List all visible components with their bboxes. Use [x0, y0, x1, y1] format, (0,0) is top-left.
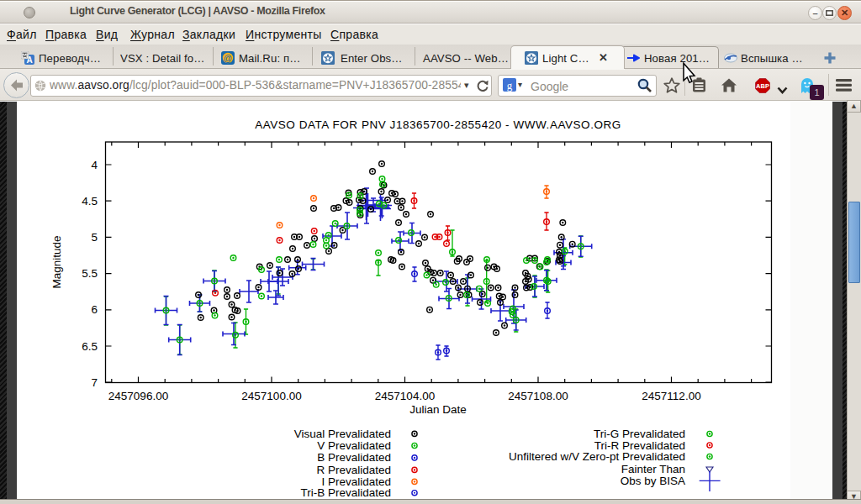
svg-text:6.5: 6.5	[82, 340, 98, 353]
svg-text:V Prevalidated: V Prevalidated	[317, 439, 391, 452]
svg-text:4: 4	[91, 159, 98, 171]
svg-text:Fainter Than: Fainter Than	[621, 463, 685, 475]
svg-text:Visual Prevalidated: Visual Prevalidated	[294, 428, 391, 440]
svg-text:B Prevalidated: B Prevalidated	[317, 451, 391, 464]
svg-text:4.5: 4.5	[82, 195, 98, 207]
svg-text:2457108.00: 2457108.00	[508, 390, 568, 402]
svg-text:Obs by BISA: Obs by BISA	[621, 475, 685, 487]
svg-text:5.5: 5.5	[82, 267, 98, 280]
svg-text:7: 7	[91, 376, 98, 389]
svg-text:6: 6	[91, 303, 98, 316]
svg-text:AAVSO DATA FOR PNV J18365700-2: AAVSO DATA FOR PNV J18365700-2855420 - W…	[255, 118, 621, 131]
svg-text:2457112.00: 2457112.00	[642, 390, 700, 402]
svg-text:Magnitude: Magnitude	[50, 235, 63, 288]
svg-text:2457096.00: 2457096.00	[108, 390, 168, 402]
svg-text:@: @	[224, 54, 232, 63]
svg-text:5: 5	[91, 231, 98, 244]
svg-text:ABP: ABP	[756, 82, 769, 90]
svg-text:R Prevalidated: R Prevalidated	[316, 464, 391, 476]
svg-text:g: g	[507, 79, 513, 92]
svg-text:2457100.00: 2457100.00	[241, 390, 301, 402]
svg-text:Unfiltered w/V Zero-pt Prevali: Unfiltered w/V Zero-pt Prevalidated	[509, 450, 685, 463]
svg-text:Julian Date: Julian Date	[409, 403, 467, 416]
svg-text:Tri-B Prevalidated: Tri-B Prevalidated	[300, 486, 391, 499]
svg-text:2457104.00: 2457104.00	[375, 390, 435, 402]
